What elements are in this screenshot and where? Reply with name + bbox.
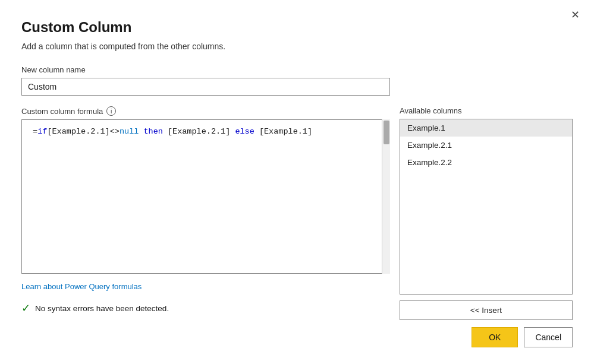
check-icon: ✓ xyxy=(21,302,30,315)
custom-column-dialog: ✕ Custom Column Add a column that is com… xyxy=(0,0,594,364)
formula-label-row: Custom column formula i xyxy=(21,106,390,116)
formula-field-2: [Example.2.1] xyxy=(168,126,230,138)
formula-else-keyword: else xyxy=(235,126,254,138)
formula-field-1: [Example.2.1] xyxy=(47,126,109,138)
dialog-subtitle: Add a column that is computed from the o… xyxy=(21,42,573,51)
learn-link[interactable]: Learn about Power Query formulas xyxy=(21,282,390,291)
formula-if-keyword: if xyxy=(37,126,47,138)
formula-op: <> xyxy=(110,126,120,138)
column-name-label: New column name xyxy=(21,65,573,74)
formula-null: null xyxy=(120,126,139,138)
formula-scrollwrap: = if [Example.2.1] <> null then [Example… xyxy=(21,119,390,274)
formula-label: Custom column formula xyxy=(21,107,103,116)
formula-space4 xyxy=(254,126,259,138)
formula-field-3: [Example.1] xyxy=(259,126,312,138)
columns-list: Example.1Example.2.1Example.2.2 xyxy=(400,119,573,295)
column-list-item[interactable]: Example.1 xyxy=(400,119,572,137)
close-button[interactable]: ✕ xyxy=(566,7,584,23)
status-row: ✓ No syntax errors have been detected. xyxy=(21,302,390,315)
formula-area: Custom column formula i = if [Example.2.… xyxy=(21,106,390,320)
bottom-buttons: OK Cancel xyxy=(472,327,573,347)
scrollbar-thumb xyxy=(384,121,389,144)
scrollbar[interactable] xyxy=(382,119,390,274)
insert-button[interactable]: << Insert xyxy=(400,300,573,320)
ok-button[interactable]: OK xyxy=(472,327,518,347)
status-text: No syntax errors have been detected. xyxy=(35,304,169,313)
formula-line: = if [Example.2.1] <> null then [Example… xyxy=(28,126,384,138)
dialog-title: Custom Column xyxy=(21,19,573,36)
formula-box[interactable]: = if [Example.2.1] <> null then [Example… xyxy=(21,119,390,274)
bottom-row: OK Cancel xyxy=(21,320,573,347)
formula-space2 xyxy=(163,126,168,138)
formula-equals: = xyxy=(28,126,37,138)
available-columns-label: Available columns xyxy=(400,106,573,115)
right-panel: Available columns Example.1Example.2.1Ex… xyxy=(400,106,573,320)
formula-then-keyword: then xyxy=(143,126,162,138)
formula-space1 xyxy=(139,126,143,138)
info-icon: i xyxy=(106,106,116,116)
formula-space3 xyxy=(230,126,235,138)
column-list-item[interactable]: Example.2.2 xyxy=(400,154,572,171)
column-list-item[interactable]: Example.2.1 xyxy=(400,137,572,154)
main-area: Custom column formula i = if [Example.2.… xyxy=(21,106,573,320)
cancel-button[interactable]: Cancel xyxy=(524,327,573,347)
column-name-input[interactable] xyxy=(21,78,390,96)
